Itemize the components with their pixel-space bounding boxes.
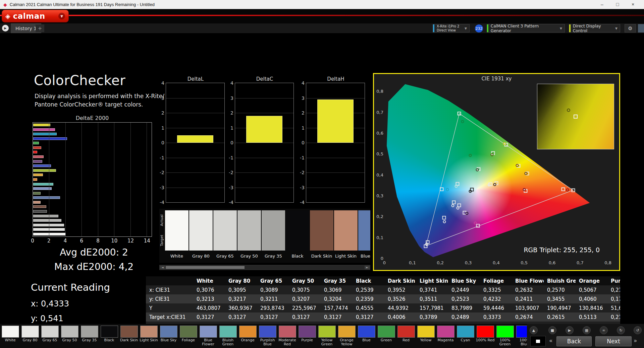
pattern-swatch[interactable]: Gray 80 — [20, 326, 40, 346]
delta-gridline — [235, 98, 293, 98]
cie-point-measured — [425, 242, 428, 246]
minimize-button[interactable]: – — [594, 0, 610, 9]
table-cell: 0,3952 — [384, 285, 416, 294]
pattern-swatch[interactable]: Moderate Red — [278, 326, 297, 346]
pattern-swatch[interactable]: Gray 50 — [60, 326, 79, 346]
back-button[interactable]: Back — [556, 336, 592, 346]
chevron-down-icon[interactable]: ▼ — [558, 27, 564, 30]
scroll-left-icon[interactable]: ◄ — [160, 266, 165, 269]
delta-ylabel: 3 — [226, 95, 233, 101]
pattern-swatch[interactable]: Gray 65 — [40, 326, 59, 346]
pattern-swatch[interactable]: Orange Yellow — [337, 326, 356, 346]
pattern-swatch[interactable]: Green — [377, 326, 396, 346]
table-cell: 0,3526 — [384, 294, 416, 303]
delta-gridline — [306, 98, 365, 98]
pattern-swatch[interactable]: Gray 35 — [80, 326, 99, 346]
collapse-up-button[interactable]: ▲ — [530, 326, 538, 334]
swatch-name: White — [165, 254, 189, 259]
pattern-window-preview[interactable] — [530, 336, 546, 346]
deltac-chart-title: DeltaC — [235, 76, 294, 83]
pattern-swatch-color — [219, 326, 237, 338]
pattern-swatch[interactable]: Dark Skin — [119, 326, 139, 346]
pattern-swatch[interactable]: Light Skin — [139, 326, 158, 346]
strip-swatch[interactable]: Blue Sky — [358, 210, 370, 259]
scroll-right-icon[interactable]: ► — [365, 266, 370, 269]
pattern-swatch[interactable]: 100% Red — [476, 326, 495, 346]
pattern-swatch[interactable]: 100% Green — [495, 326, 515, 346]
table-cell: 0,2489 — [448, 312, 480, 322]
delta-ylabel: 0 — [226, 140, 233, 145]
delta-gridline — [235, 158, 293, 158]
pattern-swatch[interactable]: Blue Flower — [199, 326, 218, 346]
table-cell: 0,3089 — [257, 285, 289, 294]
strip-swatch[interactable]: Black — [286, 210, 310, 259]
table-cell: 0,4555 — [353, 303, 384, 312]
table-column-header: Dark Skin — [384, 276, 416, 285]
deltae-gridline — [130, 123, 131, 236]
toolbar-edge-button[interactable] — [638, 24, 644, 32]
logo-dropdown-caret-icon[interactable]: ▼ — [58, 13, 65, 19]
settings-gear-icon[interactable]: ⚙ — [625, 24, 636, 32]
pattern-swatch[interactable]: White — [1, 326, 20, 346]
brand-row: ◈ calman ▼ — [0, 9, 644, 23]
refresh-button[interactable]: ↻ — [617, 326, 625, 334]
strip-swatch[interactable]: Gray 35 — [262, 210, 286, 259]
undo-refresh-button[interactable]: ↺ — [634, 326, 642, 334]
pattern-swatch-name: Green — [377, 338, 396, 346]
meter-line2: Direct View — [437, 28, 460, 32]
pattern-swatch[interactable]: Magenta — [436, 326, 455, 346]
strip-scrollbar-thumb[interactable] — [166, 266, 245, 269]
cie-ylabel: 0 — [375, 256, 383, 261]
cie-ylabel: 0,4 — [375, 172, 383, 177]
delta-ylabel: 2 — [297, 110, 305, 116]
calman-logo-button[interactable]: ◈ calman ▼ — [2, 10, 69, 22]
table-cell: 293,8743 — [257, 303, 289, 312]
table-cell: 0,5067 — [576, 285, 607, 294]
pattern-swatch[interactable]: Red — [396, 326, 416, 346]
pattern-swatch[interactable]: Purplish Blue — [258, 326, 277, 346]
meter-dropdown[interactable]: X-Rite i1Pro 2 Direct View ▼ — [433, 24, 470, 32]
strip-swatch[interactable]: Dark Skin — [310, 210, 334, 259]
maximize-button[interactable]: □ — [610, 0, 625, 9]
pattern-swatch-color — [378, 326, 395, 338]
strip-scrollbar[interactable]: ◄ ► — [159, 265, 370, 270]
chevron-down-icon[interactable]: ▼ — [613, 27, 619, 30]
pattern-swatch[interactable]: Purple — [298, 326, 317, 346]
pattern-swatch[interactable]: Yellow Green — [317, 326, 336, 346]
back-chevron-icon[interactable]: « — [549, 337, 552, 344]
strip-swatch[interactable]: White — [165, 210, 189, 259]
pattern-swatch[interactable]: Bluish Green — [218, 326, 237, 346]
pattern-swatch[interactable]: Black — [100, 326, 119, 346]
close-button[interactable]: × — [625, 0, 641, 9]
continuous-loop-button[interactable]: ∞ — [600, 326, 608, 334]
next-chevron-icon[interactable]: » — [634, 337, 637, 344]
pattern-generator-dropdown[interactable]: CalMAN Client 3 Pattern Generator ▼ — [487, 24, 565, 32]
strip-swatch[interactable]: Gray 50 — [237, 210, 262, 259]
history-nav-button[interactable]: ▶ — [2, 25, 9, 31]
pattern-swatch[interactable]: Foliage — [179, 326, 198, 346]
pattern-swatch[interactable]: Blue Sky — [159, 326, 178, 346]
pattern-swatch[interactable]: Yellow — [416, 326, 435, 346]
pattern-swatch-name: Gray 35 — [80, 338, 99, 346]
pattern-swatch[interactable]: Blue — [357, 326, 376, 346]
pattern-swatch-name: Foliage — [179, 338, 198, 346]
deltae-bar — [33, 219, 61, 222]
delta-gridline — [166, 172, 224, 173]
transport-controls: ▲ ■ ▶ ▦ ∞ ↻ ↺ « Back Next » — [527, 324, 644, 348]
pattern-swatch[interactable]: Cyan — [456, 326, 475, 346]
display-control-dropdown[interactable]: Direct Display Control ▼ — [569, 24, 620, 32]
pattern-swatch[interactable]: Orange — [238, 326, 257, 346]
table-cell: 0,3741 — [416, 285, 448, 294]
play-button[interactable]: ▶ — [566, 326, 574, 334]
chevron-down-icon[interactable]: ▼ — [463, 27, 469, 30]
strip-swatch[interactable]: Gray 65 — [213, 210, 237, 259]
next-button[interactable]: Next — [595, 336, 632, 346]
strip-swatch[interactable]: Light Skin — [334, 210, 358, 259]
deltae-bar — [33, 192, 41, 195]
add-tab-button[interactable]: + — [36, 24, 44, 32]
strip-swatch[interactable]: Gray 80 — [189, 210, 213, 259]
cie-point-target — [561, 188, 565, 191]
cie-point-measured — [490, 153, 493, 156]
save-button[interactable]: ▦ — [583, 326, 591, 334]
stop-button[interactable]: ■ — [548, 326, 556, 334]
